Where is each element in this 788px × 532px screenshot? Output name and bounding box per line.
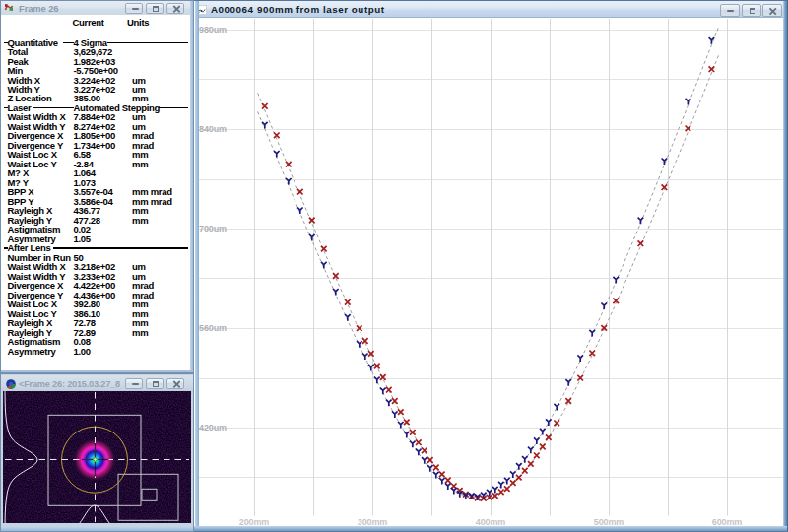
svg-text:980um: 980um [199, 25, 227, 34]
svg-text:840um: 840um [199, 124, 227, 134]
svg-text:420um: 420um [199, 423, 227, 432]
svg-text:560um: 560um [199, 323, 227, 333]
svg-text:700um: 700um [199, 224, 227, 233]
